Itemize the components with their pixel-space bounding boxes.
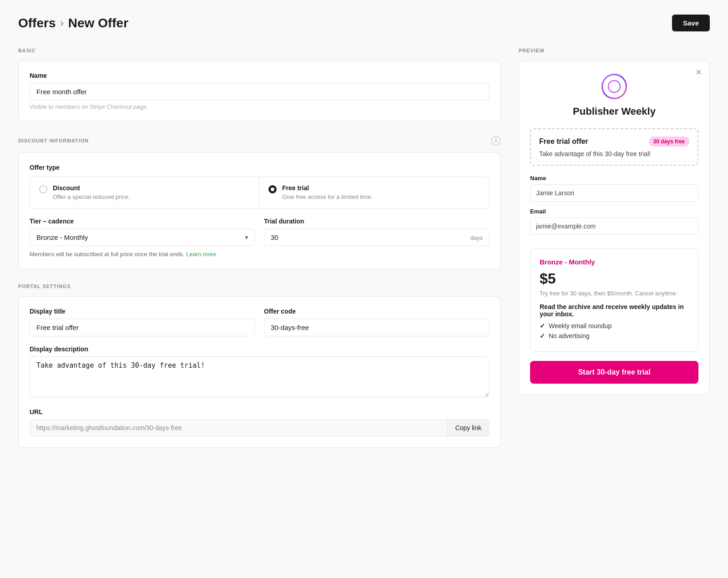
display-title-label: Display title — [30, 308, 255, 315]
publisher-logo — [602, 74, 627, 99]
offer-banner-title: Free trial offer — [539, 137, 588, 146]
display-description-textarea[interactable]: Take advantage of this 30-day free trial… — [30, 356, 489, 397]
free-trial-option[interactable]: Free trial Give free access for a limite… — [259, 177, 489, 208]
display-title-field: Display title — [30, 308, 255, 336]
name-field-label: Name — [30, 72, 489, 79]
offer-code-input[interactable] — [264, 319, 489, 336]
trial-duration-input[interactable] — [264, 228, 489, 246]
offer-type-label: Offer type — [30, 164, 489, 171]
breadcrumb-separator: › — [60, 17, 63, 29]
preview-label: PREVIEW — [519, 48, 710, 53]
price-hint: Try free for 30 days, then $5/month. Can… — [540, 290, 689, 297]
duration-input-wrap: days — [264, 228, 489, 246]
logo-inner — [608, 80, 621, 93]
discount-option-text: Discount Offer a special reduced price. — [53, 184, 130, 201]
discount-option-desc: Offer a special reduced price. — [53, 193, 130, 200]
free-trial-radio[interactable] — [268, 185, 277, 193]
subscription-price: $5 — [540, 270, 689, 287]
offer-code-label: Offer code — [264, 308, 489, 315]
breadcrumb-parent[interactable]: Offers — [18, 16, 56, 30]
breadcrumb: Offers › New Offer — [18, 16, 128, 30]
discount-section-label: DISCOUNT INFORMATION — [18, 138, 89, 143]
discount-option-title: Discount — [53, 184, 130, 192]
page-header: Offers › New Offer Save — [18, 15, 710, 31]
free-trial-option-desc: Give free access for a limited time. — [282, 193, 373, 200]
tier-cadence-field: Tier – cadence Bronze - Monthly ▼ — [30, 218, 255, 246]
tier-cadence-label: Tier – cadence — [30, 218, 255, 225]
copy-link-button[interactable]: Copy link — [447, 420, 489, 436]
url-row: Copy link — [30, 419, 489, 436]
preview-logo-area: Publisher Weekly — [519, 61, 709, 125]
discount-card: Offer type Discount Offer a special redu… — [18, 152, 500, 269]
check-icon-1: ✓ — [540, 322, 545, 330]
save-button[interactable]: Save — [672, 15, 710, 31]
discount-section-header: DISCOUNT INFORMATION i — [18, 136, 500, 145]
check-icon-2: ✓ — [540, 332, 545, 340]
benefits-title: Read the archive and receive weekly upda… — [540, 303, 689, 318]
tier-cadence-select-wrapper: Bronze - Monthly ▼ — [30, 228, 255, 246]
portal-settings-card: Display title Offer code Display descrip… — [18, 296, 500, 448]
offer-banner: Free trial offer 30 days free Take advan… — [530, 128, 698, 166]
offer-banner-desc: Take advantage of this 30-day free trial… — [539, 150, 689, 157]
preview-name-input[interactable] — [530, 184, 698, 202]
preview-email-label: Email — [530, 208, 698, 215]
display-description-field: Display description Take advantage of th… — [30, 345, 489, 399]
trial-hint: Members will be subscribed at full price… — [30, 251, 489, 258]
display-title-input[interactable] — [30, 319, 255, 336]
benefit-1: ✓ Weekly email roundup — [540, 322, 689, 330]
info-icon[interactable]: i — [491, 136, 500, 145]
url-input — [30, 420, 447, 436]
name-field-hint: Visible to members on Stripe Checkout pa… — [30, 103, 489, 110]
duration-suffix: days — [470, 234, 483, 241]
url-label: URL — [30, 408, 489, 416]
discount-option[interactable]: Discount Offer a special reduced price. — [30, 177, 259, 208]
basic-card: Name Visible to members on Stripe Checko… — [18, 61, 500, 122]
preview-card: ✕ Publisher Weekly Free trial offer 30 d… — [519, 61, 710, 395]
offer-badge: 30 days free — [649, 137, 689, 147]
subscription-card: Bronze - Monthly $5 Try free for 30 days… — [530, 248, 698, 352]
portal-section-label: PORTAL SETTINGS — [18, 284, 500, 289]
benefit-2: ✓ No advertising — [540, 332, 689, 340]
free-trial-option-text: Free trial Give free access for a limite… — [282, 184, 373, 201]
learn-more-link[interactable]: Learn more — [186, 251, 216, 258]
name-input[interactable] — [30, 83, 489, 101]
discount-radio[interactable] — [39, 185, 47, 193]
tier-cadence-select[interactable]: Bronze - Monthly — [30, 228, 255, 246]
publisher-name: Publisher Weekly — [573, 106, 656, 117]
display-title-offer-code-row: Display title Offer code — [30, 308, 489, 336]
preview-form: Name Email — [519, 175, 709, 241]
preview-name-label: Name — [530, 175, 698, 182]
offer-code-field: Offer code — [264, 308, 489, 336]
close-icon[interactable]: ✕ — [695, 67, 702, 77]
preview-email-input[interactable] — [530, 218, 698, 235]
trial-duration-field: Trial duration days — [264, 218, 489, 246]
cta-button[interactable]: Start 30-day free trial — [530, 361, 698, 384]
offer-type-grid: Discount Offer a special reduced price. … — [30, 177, 489, 208]
free-trial-option-title: Free trial — [282, 184, 373, 192]
tier-duration-row: Tier – cadence Bronze - Monthly ▼ Trial … — [30, 218, 489, 246]
offer-banner-top: Free trial offer 30 days free — [539, 137, 689, 147]
basic-section-label: BASIC — [18, 48, 500, 53]
trial-duration-label: Trial duration — [264, 218, 489, 225]
url-field: URL Copy link — [30, 408, 489, 436]
display-description-label: Display description — [30, 345, 489, 353]
breadcrumb-current: New Offer — [68, 16, 128, 30]
tier-name: Bronze - Monthly — [540, 258, 689, 266]
